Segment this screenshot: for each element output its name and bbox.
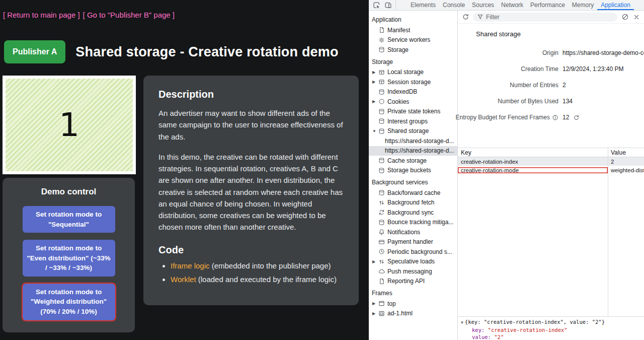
creative-ad-frame: 1 — [3, 76, 136, 174]
sidebar-item-session-storage[interactable]: ▶Session storage — [369, 77, 457, 87]
sidebar-item-service-workers[interactable]: Service workers — [369, 35, 457, 45]
refresh-icon[interactable] — [461, 13, 469, 21]
sidebar-item-shared-storage[interactable]: ▼Shared storage — [369, 126, 457, 137]
sidebar-item-notifications[interactable]: Notifications — [369, 227, 457, 237]
sidebar-item-push-messaging[interactable]: Push messaging — [369, 266, 457, 277]
table-header: Key Value — [458, 148, 644, 157]
metadata-label-text: Number of Bytes Used — [498, 98, 558, 105]
preview-summary: {key: "creative-rotation-index", value: … — [465, 319, 605, 325]
metadata-label: Origin — [458, 49, 558, 56]
tab-memory[interactable]: Memory — [569, 0, 597, 10]
sidebar-item-label: Cache storage — [387, 157, 427, 164]
chevron-right-icon[interactable]: ▶ — [372, 259, 378, 264]
table-rows: creative-rotation-index2creative-rotatio… — [458, 157, 644, 174]
chevron-right-icon[interactable]: ▶ — [372, 80, 378, 84]
description-paragraph-1: An advertiser may want to show different… — [158, 107, 344, 143]
rotation-mode-button-2[interactable]: Set rotation mode to "Even distribution"… — [23, 240, 115, 277]
filter-input[interactable] — [486, 14, 613, 21]
column-header-value[interactable]: Value — [608, 149, 644, 156]
sidebar-item-background-fetch[interactable]: Background fetch — [369, 198, 457, 208]
screen: [ Return to main page ][ Go to "Publishe… — [0, 0, 644, 340]
chevron-right-icon[interactable]: ▶ — [372, 301, 378, 306]
nav-link-2[interactable]: [ Go to "Publisher B" page ] — [83, 11, 175, 19]
metadata-row-entropy-budget-for-fenced-frames: Entropy Budget for Fenced Frames12 — [458, 109, 644, 125]
sidebar-item-cookies[interactable]: ▶Cookies — [369, 97, 457, 107]
filter-box[interactable] — [473, 13, 617, 22]
publisher-page: [ Return to main page ][ Go to "Publishe… — [0, 0, 369, 340]
tab-application[interactable]: Application — [597, 0, 634, 10]
database-icon — [378, 167, 387, 174]
sidebar-item-periodic-background-s[interactable]: Periodic background s... — [369, 247, 457, 257]
rotation-mode-button-1[interactable]: Set rotation mode to "Sequential" — [23, 206, 115, 233]
sidebar-item-label: Push messaging — [387, 268, 432, 275]
column-header-key[interactable]: Key — [458, 149, 608, 156]
application-sidebar: ApplicationManifestService workersStorag… — [369, 11, 458, 340]
sidebar-item-indexeddb[interactable]: IndexedDB — [369, 87, 457, 97]
tab-network[interactable]: Network — [498, 0, 527, 10]
sidebar-item-bounce-tracking-mitiga[interactable]: Bounce tracking mitiga... — [369, 218, 457, 228]
metadata-value-text: https://shared-storage-demo-co — [562, 49, 644, 56]
code-link-iframe-logic[interactable]: Iframe logic — [171, 261, 210, 270]
device-toolbar-icon[interactable] — [384, 1, 392, 9]
tab-console[interactable]: Console — [439, 0, 468, 10]
chevron-down-icon[interactable]: ▼ — [372, 129, 378, 133]
sidebar-item-https-shared-storage-d[interactable]: https://shared-storage-d... — [369, 146, 457, 156]
manifest-icon — [378, 27, 387, 33]
database-icon — [378, 157, 387, 164]
nav-link-1[interactable]: [ Return to main page ] — [3, 11, 80, 19]
code-list-item-1: Iframe logic (embedded into the publishe… — [171, 260, 344, 271]
sidebar-item-interest-groups[interactable]: Interest groups — [369, 116, 457, 126]
metadata-value: 2 — [562, 82, 644, 89]
sidebar-item-label: https://shared-storage-d... — [385, 138, 454, 145]
sync-icon — [378, 209, 387, 216]
sidebar-item-payment-handler[interactable]: Payment handler — [369, 237, 457, 247]
chevron-right-icon[interactable]: ▶ — [372, 311, 378, 316]
sidebar-item-https-shared-storage-d[interactable]: https://shared-storage-d... — [369, 136, 457, 146]
sidebar-item-storage-buckets[interactable]: Storage buckets — [369, 166, 457, 176]
inspect-element-icon[interactable] — [372, 1, 380, 9]
sidebar-item-top[interactable]: ▶top — [369, 299, 457, 309]
storage-toolbar — [458, 11, 644, 24]
database-icon — [378, 89, 387, 95]
metadata-label: Number of Bytes Used — [458, 98, 558, 105]
sidebar-item-ad-1-html[interactable]: ▶ad-1.html — [369, 309, 457, 319]
cell-value[interactable]: weighted-distribution — [608, 167, 644, 173]
database-icon — [378, 189, 387, 196]
sidebar-item-cache-storage[interactable]: Cache storage — [369, 156, 457, 166]
chevron-right-icon[interactable]: ▶ — [372, 99, 378, 104]
storage-row-creative-rotation-index[interactable]: creative-rotation-index2 — [458, 157, 644, 166]
reset-budget-icon[interactable] — [573, 114, 580, 121]
sidebar-item-private-state-tokens[interactable]: Private state tokens — [369, 107, 457, 117]
cell-value[interactable]: 2 — [608, 159, 644, 165]
tab-performance[interactable]: Performance — [527, 0, 569, 10]
metadata-row-number-of-entries: Number of Entries2 — [458, 77, 644, 93]
preview-entry-value: value: "2" — [461, 333, 641, 340]
sidebar-item-storage[interactable]: Storage — [369, 45, 457, 55]
demo-buttons: Set rotation mode to "Sequential"Set rot… — [3, 206, 135, 320]
sidebar-item-manifest[interactable]: Manifest — [369, 25, 457, 35]
preview-entry-value: "2" — [494, 334, 504, 340]
sidebar-item-label: Back/forward cache — [387, 189, 440, 196]
metadata-label-text: Creation Time — [521, 65, 558, 73]
storage-row-creative-rotation-mode[interactable]: creative-rotation-modeweighted-distribut… — [458, 166, 644, 174]
tab-sources[interactable]: Sources — [468, 0, 498, 10]
clear-all-icon[interactable] — [621, 13, 629, 21]
metadata-value: 134 — [562, 98, 644, 105]
description-panel: Description An advertiser may want to sh… — [143, 76, 359, 305]
code-link-worklet[interactable]: Worklet — [171, 275, 196, 284]
info-icon[interactable] — [552, 114, 558, 121]
sidebar-item-background-sync[interactable]: Background sync — [369, 208, 457, 218]
cell-key[interactable]: creative-rotation-index — [458, 159, 608, 165]
cell-key[interactable]: creative-rotation-mode — [458, 167, 608, 173]
disclosure-triangle-icon[interactable]: ▼ — [461, 320, 463, 325]
sidebar-item-back-forward-cache[interactable]: Back/forward cache — [369, 188, 457, 198]
close-icon[interactable] — [632, 13, 640, 21]
rotation-mode-button-3[interactable]: Set rotation mode to "Weighted distribut… — [23, 284, 115, 320]
sidebar-item-speculative-loads[interactable]: ▶Speculative loads — [369, 257, 457, 267]
sidebar-item-reporting-api[interactable]: Reporting API — [369, 277, 457, 287]
table-icon — [378, 79, 387, 85]
sidebar-item-local-storage[interactable]: ▶Local storage — [369, 67, 457, 78]
chevron-right-icon[interactable]: ▶ — [372, 70, 378, 75]
tab-elements[interactable]: Elements — [407, 0, 439, 10]
creative-ad: 1 — [6, 79, 133, 171]
